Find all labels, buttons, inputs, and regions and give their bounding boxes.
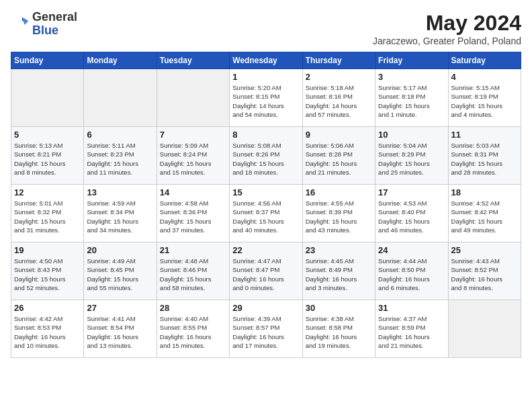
header-row: SundayMondayTuesdayWednesdayThursdayFrid… [11, 52, 521, 69]
day-info: Sunrise: 4:47 AM Sunset: 8:47 PM Dayligh… [232, 257, 299, 292]
week-row-2: 5Sunrise: 5:13 AM Sunset: 8:21 PM Daylig… [11, 127, 521, 185]
day-cell: 22Sunrise: 4:47 AM Sunset: 8:47 PM Dayli… [230, 242, 302, 300]
day-cell: 30Sunrise: 4:38 AM Sunset: 8:58 PM Dayli… [302, 300, 375, 358]
week-row-3: 12Sunrise: 5:01 AM Sunset: 8:32 PM Dayli… [11, 185, 521, 242]
logo-general-text: General [32, 10, 77, 24]
day-cell: 2Sunrise: 5:18 AM Sunset: 8:16 PM Daylig… [302, 69, 375, 127]
week-row-1: 1Sunrise: 5:20 AM Sunset: 8:15 PM Daylig… [11, 69, 521, 127]
day-number: 3 [378, 72, 445, 82]
day-cell: 28Sunrise: 4:40 AM Sunset: 8:55 PM Dayli… [157, 300, 229, 358]
day-cell: 24Sunrise: 4:44 AM Sunset: 8:50 PM Dayli… [375, 242, 448, 300]
day-number: 19 [14, 245, 81, 255]
col-header-thursday: Thursday [302, 52, 375, 69]
day-number: 24 [378, 245, 445, 255]
day-cell: 13Sunrise: 4:59 AM Sunset: 8:34 PM Dayli… [84, 185, 157, 242]
day-cell: 20Sunrise: 4:49 AM Sunset: 8:45 PM Dayli… [84, 242, 157, 300]
day-number: 28 [160, 303, 226, 313]
day-number: 15 [232, 187, 299, 197]
day-cell: 15Sunrise: 4:56 AM Sunset: 8:37 PM Dayli… [230, 185, 302, 242]
page-header: General Blue May 2024 Jaraczewo, Greater… [11, 11, 521, 46]
day-number: 27 [87, 303, 153, 313]
day-info: Sunrise: 4:52 AM Sunset: 8:42 PM Dayligh… [451, 199, 518, 234]
day-info: Sunrise: 4:40 AM Sunset: 8:55 PM Dayligh… [160, 314, 226, 350]
day-number: 21 [160, 245, 226, 255]
col-header-friday: Friday [375, 52, 448, 69]
day-cell: 9Sunrise: 5:06 AM Sunset: 8:28 PM Daylig… [302, 127, 375, 185]
day-number: 13 [87, 187, 153, 197]
day-number: 30 [306, 303, 372, 313]
col-header-monday: Monday [84, 52, 157, 69]
day-info: Sunrise: 5:03 AM Sunset: 8:31 PM Dayligh… [451, 141, 518, 177]
day-cell: 14Sunrise: 4:58 AM Sunset: 8:36 PM Dayli… [157, 185, 229, 242]
day-cell: 26Sunrise: 4:42 AM Sunset: 8:53 PM Dayli… [11, 300, 84, 358]
day-number: 6 [87, 130, 153, 140]
day-number: 31 [378, 303, 445, 313]
day-number: 14 [160, 187, 226, 197]
day-cell: 1Sunrise: 5:20 AM Sunset: 8:15 PM Daylig… [230, 69, 302, 127]
day-number: 18 [451, 187, 518, 197]
day-number: 7 [160, 130, 226, 140]
day-cell: 11Sunrise: 5:03 AM Sunset: 8:31 PM Dayli… [448, 127, 521, 185]
day-number: 25 [451, 245, 518, 255]
month-title: May 2024 [373, 11, 521, 36]
day-cell: 5Sunrise: 5:13 AM Sunset: 8:21 PM Daylig… [11, 127, 84, 185]
day-cell: 31Sunrise: 4:37 AM Sunset: 8:59 PM Dayli… [375, 300, 448, 358]
location-subtitle: Jaraczewo, Greater Poland, Poland [373, 36, 521, 46]
day-cell [157, 69, 229, 127]
day-cell: 17Sunrise: 4:53 AM Sunset: 8:40 PM Dayli… [375, 185, 448, 242]
day-cell: 18Sunrise: 4:52 AM Sunset: 8:42 PM Dayli… [448, 185, 521, 242]
col-header-tuesday: Tuesday [157, 52, 229, 69]
day-cell: 29Sunrise: 4:39 AM Sunset: 8:57 PM Dayli… [230, 300, 302, 358]
day-number: 29 [232, 303, 299, 313]
day-info: Sunrise: 5:13 AM Sunset: 8:21 PM Dayligh… [14, 141, 81, 177]
day-number: 20 [87, 245, 153, 255]
logo: General Blue [11, 11, 77, 38]
col-header-saturday: Saturday [448, 52, 521, 69]
day-cell: 4Sunrise: 5:15 AM Sunset: 8:19 PM Daylig… [448, 69, 521, 127]
week-row-4: 19Sunrise: 4:50 AM Sunset: 8:43 PM Dayli… [11, 242, 521, 300]
title-block: May 2024 Jaraczewo, Greater Poland, Pola… [373, 11, 521, 46]
day-info: Sunrise: 4:39 AM Sunset: 8:57 PM Dayligh… [232, 314, 299, 350]
logo-icon [11, 15, 30, 34]
day-number: 11 [451, 130, 518, 140]
day-cell: 23Sunrise: 4:45 AM Sunset: 8:49 PM Dayli… [302, 242, 375, 300]
day-info: Sunrise: 4:50 AM Sunset: 8:43 PM Dayligh… [14, 257, 81, 292]
week-row-5: 26Sunrise: 4:42 AM Sunset: 8:53 PM Dayli… [11, 300, 521, 358]
day-info: Sunrise: 5:15 AM Sunset: 8:19 PM Dayligh… [451, 83, 518, 119]
day-info: Sunrise: 5:09 AM Sunset: 8:24 PM Dayligh… [160, 141, 226, 177]
day-number: 12 [14, 187, 81, 197]
day-info: Sunrise: 5:06 AM Sunset: 8:28 PM Dayligh… [306, 141, 372, 177]
day-number: 26 [14, 303, 81, 313]
day-info: Sunrise: 4:55 AM Sunset: 8:39 PM Dayligh… [306, 199, 372, 234]
day-cell: 19Sunrise: 4:50 AM Sunset: 8:43 PM Dayli… [11, 242, 84, 300]
day-info: Sunrise: 4:49 AM Sunset: 8:45 PM Dayligh… [87, 257, 153, 292]
day-cell: 25Sunrise: 4:43 AM Sunset: 8:52 PM Dayli… [448, 242, 521, 300]
day-info: Sunrise: 4:58 AM Sunset: 8:36 PM Dayligh… [160, 199, 226, 234]
day-info: Sunrise: 4:44 AM Sunset: 8:50 PM Dayligh… [378, 257, 445, 292]
day-cell: 6Sunrise: 5:11 AM Sunset: 8:23 PM Daylig… [84, 127, 157, 185]
day-number: 1 [232, 72, 299, 82]
day-info: Sunrise: 5:18 AM Sunset: 8:16 PM Dayligh… [306, 83, 372, 119]
day-cell: 27Sunrise: 4:41 AM Sunset: 8:54 PM Dayli… [84, 300, 157, 358]
day-info: Sunrise: 5:20 AM Sunset: 8:15 PM Dayligh… [232, 83, 299, 119]
day-number: 4 [451, 72, 518, 82]
day-info: Sunrise: 5:11 AM Sunset: 8:23 PM Dayligh… [87, 141, 153, 177]
day-info: Sunrise: 4:42 AM Sunset: 8:53 PM Dayligh… [14, 314, 81, 350]
day-cell: 10Sunrise: 5:04 AM Sunset: 8:29 PM Dayli… [375, 127, 448, 185]
day-info: Sunrise: 4:48 AM Sunset: 8:46 PM Dayligh… [160, 257, 226, 292]
day-info: Sunrise: 5:17 AM Sunset: 8:18 PM Dayligh… [378, 83, 445, 119]
day-info: Sunrise: 4:45 AM Sunset: 8:49 PM Dayligh… [306, 257, 372, 292]
day-number: 10 [378, 130, 445, 140]
day-number: 8 [232, 130, 299, 140]
day-cell: 16Sunrise: 4:55 AM Sunset: 8:39 PM Dayli… [302, 185, 375, 242]
day-number: 23 [306, 245, 372, 255]
svg-rect-0 [11, 15, 30, 34]
day-cell: 3Sunrise: 5:17 AM Sunset: 8:18 PM Daylig… [375, 69, 448, 127]
day-cell [11, 69, 84, 127]
day-cell [84, 69, 157, 127]
day-info: Sunrise: 4:59 AM Sunset: 8:34 PM Dayligh… [87, 199, 153, 234]
day-number: 5 [14, 130, 81, 140]
day-info: Sunrise: 4:37 AM Sunset: 8:59 PM Dayligh… [378, 314, 445, 350]
col-header-wednesday: Wednesday [230, 52, 302, 69]
day-cell: 7Sunrise: 5:09 AM Sunset: 8:24 PM Daylig… [157, 127, 229, 185]
